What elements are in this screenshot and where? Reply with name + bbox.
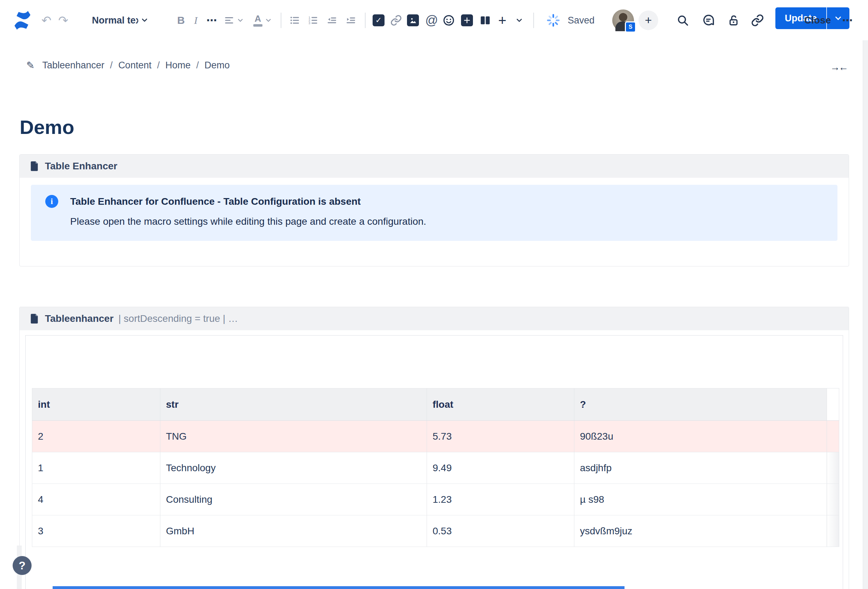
breadcrumb-content[interactable]: Content bbox=[118, 60, 152, 71]
macro-tableenhancer[interactable]: Tableenhancer | sortDescending = true | … bbox=[19, 307, 849, 589]
macro-body: int str float ? 2 TNG 5.73 90ß23u bbox=[25, 335, 843, 589]
data-table: int str float ? 2 TNG 5.73 90ß23u bbox=[32, 388, 839, 547]
alignment-dropdown[interactable] bbox=[224, 15, 244, 26]
table-gutter bbox=[827, 452, 839, 484]
more-formatting-button[interactable]: ⋯ bbox=[206, 15, 217, 26]
cell: ysdvßm9juz bbox=[574, 515, 827, 547]
numbered-list-button[interactable]: 123 bbox=[307, 15, 319, 26]
table-gutter bbox=[827, 421, 839, 452]
page-scrollbar[interactable] bbox=[863, 40, 868, 589]
text-color-dropdown[interactable]: A bbox=[253, 14, 272, 27]
info-panel-body: Please open the macro settings while edi… bbox=[70, 216, 426, 227]
text-style-value: Normal text bbox=[92, 15, 138, 26]
insert-image-button[interactable] bbox=[407, 15, 419, 26]
emoji-icon bbox=[443, 15, 455, 26]
table-row: 1 Technology 9.49 asdjhfp bbox=[32, 452, 839, 484]
share-link-icon bbox=[751, 14, 764, 27]
close-button[interactable]: Close bbox=[804, 15, 831, 26]
permissions-button[interactable] bbox=[727, 14, 740, 27]
cell: 0.53 bbox=[427, 515, 574, 547]
breadcrumb-separator: / bbox=[196, 60, 199, 71]
indent-button[interactable] bbox=[345, 15, 356, 26]
saving-spinner-icon bbox=[546, 13, 561, 28]
column-header-str[interactable]: str bbox=[160, 389, 427, 421]
column-header-int[interactable]: int bbox=[32, 389, 160, 421]
macro-header[interactable]: Table Enhancer bbox=[20, 155, 849, 178]
outdent-button[interactable] bbox=[326, 15, 338, 26]
toolbar-divider bbox=[280, 13, 281, 28]
column-header-question[interactable]: ? bbox=[574, 389, 827, 421]
bold-button[interactable]: B bbox=[177, 15, 185, 26]
image-icon bbox=[407, 15, 419, 26]
text-color-icon: A bbox=[253, 14, 263, 27]
insert-chevron-button[interactable] bbox=[515, 16, 524, 25]
breadcrumb-home[interactable]: Home bbox=[165, 60, 190, 71]
comment-icon bbox=[702, 14, 715, 27]
column-header-float[interactable]: float bbox=[427, 389, 574, 421]
breadcrumb-separator: / bbox=[110, 60, 113, 71]
avatar-badge: S bbox=[625, 21, 636, 32]
bullet-list-button[interactable] bbox=[289, 15, 300, 26]
unlock-icon bbox=[727, 14, 740, 27]
insert-link-button[interactable] bbox=[390, 15, 402, 26]
insert-more-button[interactable]: + bbox=[498, 13, 506, 27]
breadcrumb-separator: / bbox=[157, 60, 160, 71]
undo-button[interactable]: ↶ bbox=[41, 15, 52, 26]
cell: 1 bbox=[32, 452, 160, 484]
action-item-button[interactable]: ✓ bbox=[373, 15, 385, 26]
info-panel: i Table Enhancer for Confluence - Table … bbox=[31, 185, 837, 241]
table-gutter bbox=[827, 389, 839, 421]
copy-link-button[interactable] bbox=[751, 14, 764, 27]
page-title[interactable]: Demo bbox=[20, 116, 74, 138]
table-gutter bbox=[827, 515, 839, 547]
document-icon bbox=[30, 161, 39, 171]
macro-name: Tableenhancer bbox=[45, 313, 114, 324]
collapse-width-icon[interactable]: →← bbox=[830, 62, 847, 73]
cell: 9.49 bbox=[427, 452, 574, 484]
cell: Consulting bbox=[160, 484, 427, 515]
task-checkbox-icon: ✓ bbox=[373, 15, 385, 26]
search-icon bbox=[676, 14, 689, 27]
plus-icon: + bbox=[639, 10, 658, 30]
table-header-row: int str float ? bbox=[32, 389, 839, 421]
search-button[interactable] bbox=[676, 14, 689, 27]
editor-toolbar: ↶ ↷ Normal text B I ⋯ A 123 bbox=[0, 0, 868, 40]
help-button[interactable]: ? bbox=[13, 556, 32, 575]
invite-button[interactable]: + bbox=[639, 10, 658, 30]
italic-button[interactable]: I bbox=[194, 15, 198, 26]
insert-table-button[interactable] bbox=[461, 15, 473, 26]
avatar[interactable]: S bbox=[612, 9, 634, 31]
cell: 3 bbox=[32, 515, 160, 547]
mention-button[interactable]: @ bbox=[425, 14, 438, 27]
cell: 4 bbox=[32, 484, 160, 515]
chevron-down-icon bbox=[834, 14, 843, 23]
text-style-dropdown[interactable]: Normal text bbox=[92, 15, 149, 26]
more-menu-button[interactable]: ⋯ bbox=[842, 15, 853, 26]
breadcrumb-demo[interactable]: Demo bbox=[205, 60, 230, 71]
cell: 5.73 bbox=[427, 421, 574, 452]
pencil-icon: ✎ bbox=[26, 60, 34, 71]
macro-header[interactable]: Tableenhancer | sortDescending = true | … bbox=[20, 307, 849, 330]
toolbar-divider bbox=[365, 13, 366, 28]
table-gutter bbox=[827, 484, 839, 515]
bottom-highlight-bar bbox=[53, 586, 624, 589]
align-left-icon bbox=[224, 15, 234, 26]
table-row: 3 GmbH 0.53 ysdvßm9juz bbox=[32, 515, 839, 547]
toolbar-divider bbox=[533, 13, 534, 28]
macro-params: | sortDescending = true | … bbox=[119, 313, 238, 324]
table-icon bbox=[461, 15, 473, 26]
macro-name: Table Enhancer bbox=[45, 161, 117, 172]
table-row: 2 TNG 5.73 90ß23u bbox=[32, 421, 839, 452]
macro-table-enhancer[interactable]: Table Enhancer i Table Enhancer for Conf… bbox=[19, 154, 849, 267]
cell: 1.23 bbox=[427, 484, 574, 515]
breadcrumb-space[interactable]: Tableenhancer bbox=[42, 60, 104, 71]
comments-button[interactable] bbox=[702, 14, 715, 27]
chevron-down-icon bbox=[140, 16, 149, 25]
emoji-button[interactable] bbox=[443, 15, 455, 26]
layouts-button[interactable] bbox=[479, 15, 491, 26]
confluence-logo-icon[interactable] bbox=[12, 10, 33, 31]
table-row: 4 Consulting 1.23 µ s98 bbox=[32, 484, 839, 515]
redo-button[interactable]: ↷ bbox=[58, 15, 68, 26]
cell: GmbH bbox=[160, 515, 427, 547]
info-panel-title: Table Enhancer for Confluence - Table Co… bbox=[70, 196, 361, 207]
